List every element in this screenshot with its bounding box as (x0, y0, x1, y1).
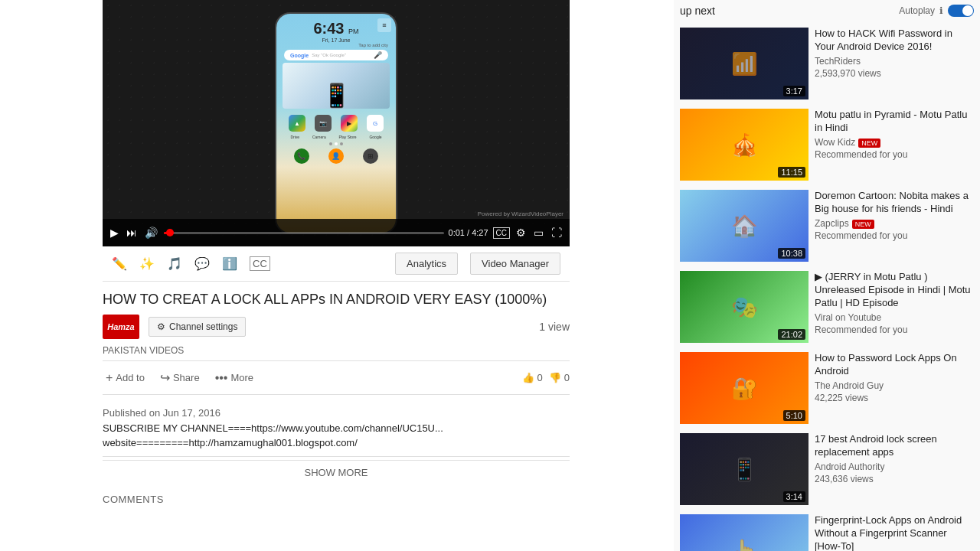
video-thumbnail: 📶 3:17 (680, 28, 808, 99)
recommended-label: Recommended for you (815, 324, 907, 335)
card-meta: Recommended for you (815, 230, 971, 241)
video-card[interactable]: 📱 3:14 17 best Android lock screen repla… (680, 429, 974, 510)
thumb-icon: 📱 (731, 457, 758, 482)
card-title: How to HACK Wifi Password in Your Androi… (815, 28, 971, 54)
card-channel: Viral on Youtube (815, 312, 971, 323)
phone-bottom-row: 📞 👤 ⊞ (280, 148, 392, 164)
view-count: Recommended for you (815, 149, 907, 160)
phone-call-icon: 📞 (294, 148, 309, 164)
camera-icon: 📷 (315, 115, 332, 132)
phone-time: 6:43 PM (280, 18, 392, 37)
settings-button[interactable]: ⚙ (514, 225, 528, 240)
thumb-icon: 🎭 (731, 295, 758, 320)
play-button[interactable]: ▶ (109, 225, 120, 240)
card-info: Doremon Cartoon: Nobita makes a Big hous… (815, 190, 974, 262)
thumb-icon: 🎪 (731, 132, 758, 158)
video-card[interactable]: 🎪 11:15 Motu patlu in Pyramid - Motu Pat… (680, 104, 974, 185)
view-count: 243,636 views (815, 474, 874, 484)
video-card[interactable]: 📶 3:17 How to HACK Wifi Password in Your… (680, 23, 974, 104)
card-title: Fingerprint-Lock Apps on Android Without… (815, 514, 971, 551)
video-manager-button[interactable]: Video Manager (470, 253, 560, 275)
share-icon: ↪ (160, 370, 170, 385)
mic-icon: 🎤 (374, 51, 382, 59)
video-card[interactable]: 👆 4:02 Fingerprint-Lock Apps on Android … (680, 510, 974, 551)
progress-dot (166, 229, 174, 236)
like-button[interactable]: 👍 0 (522, 372, 543, 383)
subtitles-icon[interactable]: 💬 (194, 256, 210, 271)
comments-label: COMMENTS (103, 494, 570, 505)
page-indicators (280, 142, 392, 145)
action-row: + Add to ↪ Share ••• More 👍 0 (103, 360, 570, 395)
progress-bar[interactable] (164, 232, 444, 234)
video-cards-list: 📶 3:17 How to HACK Wifi Password in Your… (680, 23, 974, 551)
card-title: ▶ (JERRY in Motu Patlu ) Unreleased Epis… (815, 271, 971, 310)
fullscreen-button[interactable]: ⛶ (550, 225, 564, 240)
autoplay-toggle[interactable] (948, 5, 974, 17)
sidebar: up next Autoplay ℹ 📶 3:17 How to HACK Wi… (674, 0, 980, 551)
video-card[interactable]: 🔐 5:10 How to Password Lock Apps On Andr… (680, 347, 974, 429)
next-button[interactable]: ⏭ (125, 225, 139, 240)
duration-badge: 21:02 (778, 329, 805, 340)
channel-settings-button[interactable]: ⚙ Channel settings (149, 317, 246, 337)
phone-wallpaper: 📱 (283, 63, 390, 109)
thumb-icon: 👆 (731, 538, 758, 552)
view-count: 2,593,970 views (815, 68, 881, 79)
info-icon[interactable]: ℹ️ (222, 256, 237, 271)
volume-button[interactable]: 🔊 (143, 225, 159, 240)
card-info: How to Password Lock Apps On Android The… (815, 352, 974, 424)
video-thumbnail: 👆 4:02 (680, 514, 808, 551)
card-info: Motu patlu in Pyramid - Motu Patlu in Hi… (815, 109, 974, 181)
music-icon[interactable]: 🎵 (167, 256, 182, 271)
phone-apps-icon: ⊞ (363, 148, 378, 164)
branding-watermark: Powered by WizardVideoPlayer (478, 210, 564, 217)
google-app-icon: G (367, 115, 384, 132)
google-search-bar: Google Say "Ok Google" 🎤 (284, 50, 388, 60)
thumbs-down-icon: 👎 (549, 372, 561, 383)
video-thumbnail: 🎪 11:15 (680, 109, 808, 181)
playstore-icon: ▶ (341, 115, 358, 132)
cc-toolbar-icon[interactable]: CC (250, 256, 270, 271)
edit-icon[interactable]: ✏️ (112, 256, 127, 271)
card-meta: 243,636 views (815, 474, 971, 484)
show-more-button[interactable]: SHOW MORE (103, 460, 570, 484)
card-info: Fingerprint-Lock Apps on Android Without… (815, 514, 974, 551)
gear-icon: ⚙ (157, 321, 165, 332)
channel-logo: Hamza (103, 315, 139, 339)
miniplayer-button[interactable]: ▭ (532, 225, 545, 240)
published-date: Published on Jun 17, 2016 (103, 407, 570, 419)
autoplay-label: Autoplay (899, 5, 935, 16)
channel-logo-text: Hamza (107, 322, 134, 331)
cc-button[interactable]: CC (493, 227, 510, 239)
phone-device-image: 📱 (322, 82, 351, 109)
add-to-button[interactable]: + Add to (103, 368, 148, 388)
view-count: Recommended for you (815, 230, 907, 241)
video-card[interactable]: 🎭 21:02 ▶ (JERRY in Motu Patlu ) Unrelea… (680, 266, 974, 347)
enhance-icon[interactable]: ✨ (139, 256, 155, 271)
phone-contacts-icon: 👤 (328, 148, 344, 164)
autoplay-info-icon[interactable]: ℹ (939, 5, 943, 16)
add-icon: + (106, 371, 113, 385)
drive-icon: ▲ (289, 115, 305, 132)
comments-section: COMMENTS (103, 484, 570, 520)
google-placeholder: Say "Ok Google" (312, 53, 374, 57)
duration-badge: 11:15 (778, 167, 805, 178)
dislike-button[interactable]: 👎 0 (549, 372, 570, 383)
card-title: How to Password Lock Apps On Android (815, 352, 971, 378)
card-channel: TechRiders (815, 56, 971, 67)
description: Published on Jun 17, 2016 SUBSCRIBE MY C… (103, 401, 570, 456)
card-title: 17 best Android lock screen replacement … (815, 433, 971, 459)
video-card[interactable]: 🏠 10:38 Doremon Cartoon: Nobita makes a … (680, 185, 974, 266)
up-next-label: up next (680, 5, 715, 17)
google-logo: Google (290, 53, 309, 58)
vote-section: 👍 0 👎 0 (522, 372, 570, 383)
thumb-icon: 📶 (731, 51, 758, 77)
card-info: 17 best Android lock screen replacement … (815, 433, 974, 505)
share-button[interactable]: ↪ Share (157, 367, 203, 388)
card-info: ▶ (JERRY in Motu Patlu ) Unreleased Epis… (815, 271, 974, 343)
analytics-button[interactable]: Analytics (395, 253, 458, 275)
more-button[interactable]: ••• More (212, 368, 256, 388)
up-next-header: up next Autoplay ℹ (680, 0, 974, 23)
video-player: 6:43 PM Fri, 17 June Tap to add city ≡ G… (103, 0, 570, 246)
description-text: SUBSCRIBE MY CHANNEL====https://www.yout… (103, 422, 570, 449)
video-thumbnail: 🎭 21:02 (680, 271, 808, 343)
